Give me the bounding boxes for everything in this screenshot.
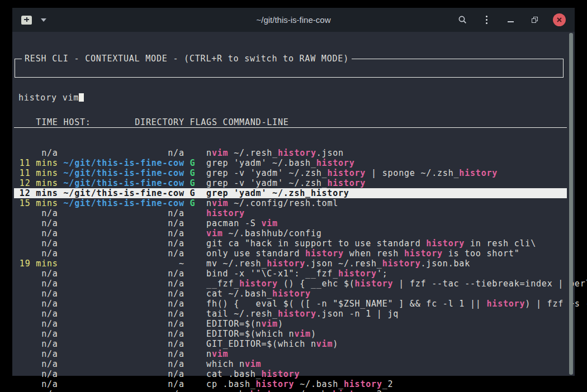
restore-button[interactable] — [529, 14, 540, 26]
match-highlight: vim — [261, 218, 278, 228]
row-directory: n/a — [58, 339, 184, 349]
history-row[interactable]: 11 mins ~/git/this-is-fine-cow G grep -v… — [14, 168, 567, 178]
history-row[interactable]: n/a n/a __fzf_history () { __ehc $(histo… — [14, 279, 567, 289]
row-command: grep 'yadm' ~/.zsh_history — [206, 188, 349, 198]
row-command: history — [206, 208, 245, 218]
row-time: n/a — [14, 299, 58, 309]
row-command: cp .bash_history ~/.bash_history_2 — [206, 379, 393, 389]
match-highlight: history — [272, 289, 311, 299]
match-highlight: vim — [206, 228, 223, 238]
menu-kebab-icon[interactable] — [481, 14, 492, 26]
history-row[interactable]: 11 mins ~/git/this-is-fine-cow G grep 'y… — [14, 158, 567, 168]
row-time: n/a — [14, 309, 58, 319]
minimize-button[interactable] — [505, 14, 516, 26]
search-input[interactable]: history vim — [15, 89, 563, 103]
row-command: nvim — [206, 349, 228, 359]
match-highlight: vim — [212, 148, 229, 158]
row-flags — [184, 238, 206, 248]
close-button[interactable] — [553, 13, 566, 26]
row-flags — [184, 289, 206, 299]
row-command: pacman -S vim — [206, 218, 278, 228]
match-highlight: history — [267, 259, 305, 269]
row-flags — [184, 148, 206, 158]
history-row[interactable]: n/a n/a fh() { eval $( ([ -n "$ZSH_NAME"… — [14, 299, 567, 309]
history-row[interactable]: n/a n/a bind -x '"\C-x1": __fzf_history'… — [14, 269, 567, 279]
row-flags — [184, 299, 206, 309]
row-flags — [184, 279, 206, 289]
history-row[interactable]: n/a n/a tail ~/.resh_history.json -n 1 |… — [14, 309, 567, 319]
new-tab-icon[interactable] — [21, 16, 32, 25]
history-row[interactable]: 12 mins ~/git/this-is-fine-cow G grep -v… — [14, 178, 567, 188]
titlebar: ~/git/this-is-fine-cow — [12, 8, 575, 32]
history-row[interactable]: n/a n/a cat .bash_history — [14, 369, 567, 379]
history-row[interactable]: n/a n/a nvim — [14, 349, 567, 359]
row-flags: G — [184, 168, 206, 178]
match-highlight: history — [344, 379, 382, 389]
match-highlight: history — [459, 168, 498, 178]
row-time: n/a — [14, 379, 58, 389]
row-directory: n/a — [58, 279, 184, 289]
row-directory: n/a — [58, 208, 184, 218]
history-row[interactable]: n/a n/a nvim ~/.resh_history.json — [14, 148, 567, 158]
row-flags — [184, 389, 206, 392]
row-flags — [184, 269, 206, 279]
row-directory: n/a — [58, 349, 184, 359]
row-command: only use standard history when resh hist… — [206, 248, 519, 259]
history-row[interactable]: n/a n/a history — [14, 208, 567, 218]
history-row[interactable]: n/a n/a cat ~/.bash_history — [14, 289, 567, 299]
row-flags — [184, 369, 206, 379]
row-directory: ~/git/this-is-fine-cow — [58, 158, 184, 168]
history-row-selected[interactable]: 12 mins ~/git/this-is-fine-cow G grep 'y… — [14, 188, 567, 198]
row-directory: ~/git/this-is-fine-cow — [58, 168, 184, 178]
row-time: 11 mins — [14, 168, 58, 178]
match-highlight: vim — [212, 349, 229, 359]
row-command: which nvim — [206, 359, 261, 369]
row-command: tail ~/.resh_history.json -n 1 | jq — [206, 309, 399, 319]
match-highlight: history — [338, 269, 377, 279]
history-row[interactable]: n/a n/a git ca "hack in support to use s… — [14, 238, 567, 248]
row-directory: n/a — [58, 218, 184, 228]
history-row[interactable]: n/a n/a EDITOR=$(which nvim) — [14, 329, 567, 339]
history-row[interactable]: 15 mins ~/git/this-is-fine-cow G nvim ~/… — [14, 198, 567, 208]
row-time: n/a — [14, 238, 58, 248]
row-directory: n/a — [58, 248, 184, 259]
search-query: history vim — [18, 93, 79, 103]
history-row[interactable]: n/a n/a cp .zsh_history ~/.zsh_history_2 — [14, 389, 567, 392]
row-time: 19 mins — [14, 259, 58, 269]
row-directory: n/a — [58, 299, 184, 309]
row-command: EDITOR=$(nvim) — [206, 319, 283, 329]
row-directory: n/a — [58, 148, 184, 158]
row-command: bind -x '"\C-x1": __fzf_history'; — [206, 269, 387, 279]
row-time: n/a — [14, 289, 58, 299]
history-row[interactable]: n/a n/a EDITOR=$(nvim) — [14, 319, 567, 329]
history-row[interactable]: n/a n/a which nvim — [14, 359, 567, 369]
history-row[interactable]: n/a n/a GIT_EDITOR=$(which nvim) — [14, 339, 567, 349]
row-command: grep 'yadm' ~/.bash_history — [206, 158, 354, 168]
resh-search-box: RESH CLI - CONTEXTUAL MODE - (CTRL+R to … — [15, 59, 564, 78]
row-command: git ca "hack in support to use standard … — [206, 238, 536, 248]
row-flags: G — [184, 198, 206, 208]
row-flags — [184, 349, 206, 359]
row-directory: ~/git/this-is-fine-cow — [58, 178, 184, 188]
history-row[interactable]: n/a n/a pacman -S vim — [14, 218, 567, 228]
row-directory: n/a — [58, 359, 184, 369]
history-row[interactable]: n/a n/a vim ~/.bashhub/config — [14, 228, 567, 238]
row-flags — [184, 208, 206, 218]
history-row[interactable]: n/a n/a only use standard history when r… — [14, 248, 567, 259]
match-highlight: history — [382, 259, 421, 269]
search-icon[interactable] — [457, 14, 468, 26]
scrollbar[interactable] — [569, 33, 573, 375]
row-time: n/a — [14, 208, 58, 218]
row-directory: n/a — [58, 289, 184, 299]
row-command: cp .zsh_history ~/.zsh_history_2 — [206, 389, 382, 392]
chevron-down-icon[interactable] — [41, 18, 46, 22]
history-row[interactable]: n/a n/a cp .bash_history ~/.bash_history… — [14, 379, 567, 389]
history-row[interactable]: 19 mins ~ mv ~/.resh_history.json ~/.res… — [14, 259, 567, 269]
match-highlight: vim — [212, 198, 229, 208]
row-flags — [184, 218, 206, 228]
resh-mode-title: RESH CLI - CONTEXTUAL MODE - (CTRL+R to … — [22, 54, 352, 64]
row-command: nvim ~/.config/resh.toml — [206, 198, 338, 208]
text-cursor — [79, 93, 84, 102]
match-highlight: history — [426, 238, 465, 248]
row-command: nvim ~/.resh_history.json — [206, 148, 344, 158]
